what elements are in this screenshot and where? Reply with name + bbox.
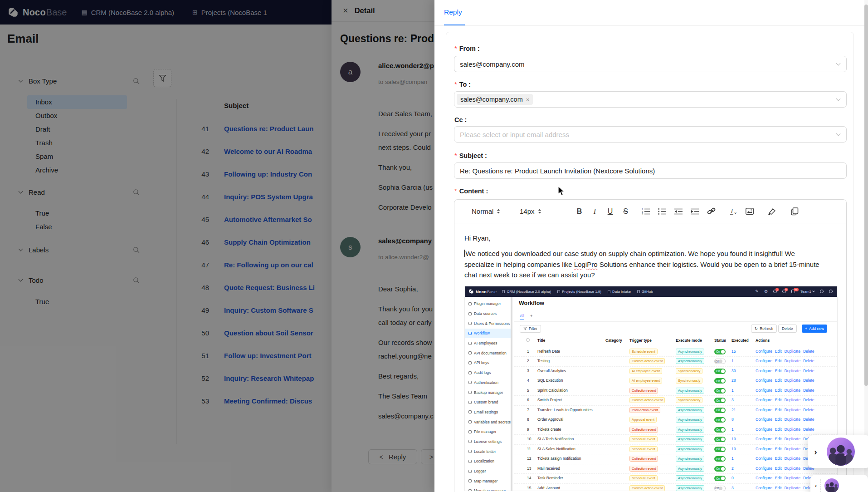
tab-reply[interactable]: Reply	[444, 0, 462, 26]
mini-configure-link: Configure	[756, 398, 772, 402]
mini-workflow-title: Switch Project	[537, 398, 562, 402]
svg-text:3: 3	[642, 213, 643, 215]
cc-input[interactable]	[460, 131, 827, 138]
mouse-cursor	[557, 186, 566, 196]
mini-duplicate-link: Duplicate	[785, 398, 800, 402]
mini-sidebar-label: Workflow	[474, 331, 490, 335]
mini-sidebar-icon	[468, 302, 472, 305]
mini-row-actions: Configure Edit Duplicate Delete	[756, 408, 814, 412]
mini-status-switch: On	[714, 369, 726, 374]
history-icon	[820, 290, 824, 293]
mini-sidebar-label: Localization	[474, 459, 494, 463]
mini-workflow-rows: 1 Refresh Date Schedule event Asynchrono…	[514, 347, 837, 491]
to-select[interactable]: sales@company.com ×	[454, 91, 847, 108]
mini-trigger-tag: Collection event	[629, 466, 658, 472]
highlighter-icon[interactable]	[768, 207, 777, 215]
mini-menu-item: Data Intake	[608, 290, 631, 294]
mini-sidebar-label: Authentication	[474, 380, 498, 385]
outdent-icon[interactable]	[674, 208, 683, 215]
mini-trigger-tag: Approval event	[629, 417, 657, 423]
mini-sidebar-label: License settings	[474, 439, 502, 444]
gear-icon: ⚙	[764, 289, 768, 294]
mini-logo-icon	[468, 289, 474, 294]
mini-executed-count: 3	[731, 398, 734, 402]
mini-sidebar-icon	[468, 322, 472, 325]
text-style-button[interactable]: I	[591, 207, 598, 216]
mini-status-switch: On	[714, 349, 726, 354]
modal-mask	[0, 0, 332, 492]
mini-execute-mode-tag: Asynchronously	[676, 436, 704, 442]
mini-executed-count: 10	[731, 437, 736, 441]
mini-row-actions: Configure Edit Duplicate Delete	[756, 398, 814, 402]
clear-format-icon[interactable]: T×	[730, 207, 738, 216]
ai-team-avatar-small[interactable]	[824, 478, 839, 492]
scrollbar[interactable]	[864, 0, 868, 492]
copy-icon[interactable]	[791, 207, 799, 216]
mini-execute-mode-tag: Asynchronously	[676, 427, 704, 433]
subject-field[interactable]	[454, 162, 847, 179]
remove-tag-icon[interactable]: ×	[526, 96, 530, 103]
required-asterisk: *	[454, 187, 457, 195]
ordered-list-icon[interactable]: 123	[642, 208, 650, 215]
team-selector: Team1	[800, 290, 814, 294]
text-style-button[interactable]: U	[607, 207, 614, 216]
mini-trigger-tag: Custom action event	[629, 397, 665, 403]
scrollbar-thumb[interactable]	[864, 5, 868, 386]
image-icon[interactable]	[746, 208, 754, 215]
people-illustration	[824, 478, 839, 492]
mini-configure-link: Configure	[756, 476, 772, 480]
mini-workflow-row: 15 Add: Account Custom action event Asyn…	[514, 484, 837, 491]
mini-execute-mode-tag: Asynchronously	[676, 417, 704, 423]
mini-delete-label: Delete	[782, 326, 793, 331]
cc-select[interactable]	[454, 126, 847, 143]
format-select[interactable]: Normal	[472, 207, 512, 215]
mini-page-title: Workflow	[519, 300, 544, 306]
subject-input[interactable]	[460, 167, 827, 175]
mini-workflow-title: SLA Tech Notification	[537, 437, 574, 441]
embedded-screenshot-image[interactable]: Noco Base CRM (NocoBase 2.0 alpha)Projec…	[464, 286, 838, 491]
mini-sidebar-label: File manager	[474, 429, 497, 434]
ai-employees-widget[interactable]: ›	[808, 435, 868, 468]
ai-employee-widget-small[interactable]: ›	[810, 475, 868, 492]
ai-team-avatar[interactable]	[827, 438, 855, 466]
mini-add-tab-icon: +	[530, 314, 532, 320]
indent-icon[interactable]	[691, 208, 699, 215]
mini-row-number: 2	[527, 359, 529, 363]
link-icon[interactable]	[707, 207, 716, 215]
mini-sidebar-icon	[468, 450, 472, 453]
refresh-icon: ↻	[755, 326, 758, 331]
from-value: sales@company.com	[460, 60, 525, 68]
from-select[interactable]: sales@company.com	[454, 56, 847, 72]
editor-content[interactable]: Hi Ryan, We noticed you downloaded our c…	[454, 223, 846, 491]
mini-duplicate-link: Duplicate	[785, 408, 800, 412]
mini-sidebar-item: AI employees	[465, 338, 511, 348]
mini-workflow-title: Tickets create	[537, 427, 561, 432]
font-size-select[interactable]: 14px	[520, 207, 554, 215]
mini-sidebar-item: Localization	[465, 457, 511, 467]
mini-workflow-row: 10 SLA Tech Notification Schedule event …	[514, 435, 837, 445]
mini-execute-mode-tag: Asynchronously	[676, 456, 704, 462]
content-label-text: Content :	[459, 187, 488, 195]
chevron-expand-icon[interactable]: ›	[815, 482, 817, 489]
text-style-button[interactable]: B	[576, 207, 583, 216]
mini-workflow-row: 5 Sprint Calculation Collection event As…	[514, 386, 837, 396]
mini-sidebar-item: Migration manager	[465, 486, 511, 491]
mini-configure-link: Configure	[756, 437, 772, 441]
mini-delete-link: Delete	[803, 359, 814, 363]
mini-trigger-tag: Schedule event	[629, 349, 658, 354]
mini-sidebar-icon	[468, 479, 472, 482]
mini-menu-item: CRM (NocoBase 2.0 alpha)	[502, 290, 551, 294]
text-style-button[interactable]: S	[622, 207, 629, 216]
column-title: Title	[537, 338, 545, 343]
mini-row-number: 1	[527, 349, 529, 354]
mini-sidebar-item: Map manager	[465, 476, 511, 486]
chevron-expand-icon[interactable]: ›	[814, 447, 817, 457]
updown-icon	[538, 208, 541, 214]
mini-sidebar-label: Email settings	[474, 410, 498, 414]
notification-badge: 1	[775, 288, 779, 291]
mini-delete-link: Delete	[803, 349, 814, 354]
mini-row-number: 14	[527, 476, 531, 480]
mini-row-actions: Configure Edit Duplicate Delete	[756, 486, 814, 490]
mini-row-number: 11	[527, 447, 531, 451]
bullet-list-icon[interactable]	[658, 208, 667, 215]
